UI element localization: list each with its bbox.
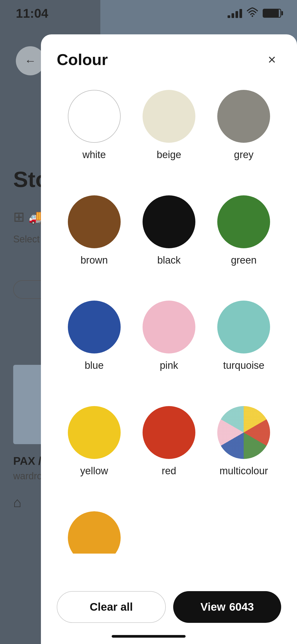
colour-circle-grey	[217, 90, 270, 143]
colour-circle-yellow	[68, 406, 121, 459]
colour-item-orange[interactable]	[57, 511, 131, 573]
colour-circle-turquoise	[217, 301, 270, 353]
colour-label-turquoise: turquoise	[223, 360, 264, 371]
colour-circle-green	[217, 195, 270, 248]
colour-item-red[interactable]: red	[131, 406, 206, 496]
colour-circle-orange-partial	[68, 511, 121, 554]
colour-circle-brown	[68, 195, 121, 248]
colour-label-multicolour: multicolour	[219, 465, 268, 477]
status-bar: 11:04	[0, 0, 297, 26]
status-icons	[228, 7, 281, 19]
close-button[interactable]: ×	[263, 50, 281, 69]
colour-label-yellow: yellow	[80, 465, 108, 477]
colour-item-pink[interactable]: pink	[131, 301, 206, 390]
colour-item-multicolour[interactable]: multicolour	[206, 406, 281, 496]
colour-label-pink: pink	[160, 360, 178, 371]
back-arrow-icon: ←	[25, 54, 36, 67]
colour-circle-beige	[143, 90, 195, 143]
home-indicator	[112, 635, 186, 638]
colour-label-beige: beige	[157, 149, 181, 160]
wifi-icon	[247, 7, 258, 19]
view-label: View	[200, 601, 225, 613]
battery-icon	[263, 9, 281, 18]
colour-circle-red	[143, 406, 195, 459]
colour-circle-blue	[68, 301, 121, 353]
colour-item-yellow[interactable]: yellow	[57, 406, 131, 496]
colour-circle-black	[143, 195, 195, 248]
colour-label-blue: blue	[85, 360, 104, 371]
colour-label-red: red	[162, 465, 176, 477]
bg-home-icon: ⌂	[13, 494, 21, 510]
clear-all-button[interactable]: Clear all	[57, 591, 166, 623]
colour-circle-pink	[143, 301, 195, 353]
colour-item-black[interactable]: black	[131, 195, 206, 285]
view-results-button[interactable]: View 6043	[173, 591, 281, 623]
colour-label-brown: brown	[81, 255, 108, 266]
colour-item-blue[interactable]: blue	[57, 301, 131, 390]
colour-grid: white beige grey brown black green blue	[41, 79, 297, 583]
modal-title: Colour	[57, 50, 108, 69]
colour-item-beige[interactable]: beige	[131, 90, 206, 180]
view-count: 6043	[229, 601, 254, 613]
colour-item-white[interactable]: white	[57, 90, 131, 180]
svg-point-0	[252, 15, 253, 17]
signal-icon	[228, 8, 242, 18]
modal-header: Colour ×	[41, 34, 297, 79]
close-icon: ×	[268, 53, 276, 66]
clear-all-label: Clear all	[90, 601, 133, 613]
colour-label-green: green	[231, 255, 257, 266]
colour-label-black: black	[157, 255, 181, 266]
colour-filter-modal: Colour × white beige grey brown black	[41, 34, 297, 644]
colour-circle-multicolour	[217, 406, 270, 459]
back-button[interactable]: ←	[16, 46, 45, 75]
colour-label-white: white	[82, 149, 106, 160]
colour-item-turquoise[interactable]: turquoise	[206, 301, 281, 390]
colour-item-brown[interactable]: brown	[57, 195, 131, 285]
status-time: 11:04	[16, 6, 48, 21]
colour-item-green[interactable]: green	[206, 195, 281, 285]
colour-circle-white	[68, 90, 121, 143]
colour-item-grey[interactable]: grey	[206, 90, 281, 180]
colour-label-grey: grey	[234, 149, 253, 160]
